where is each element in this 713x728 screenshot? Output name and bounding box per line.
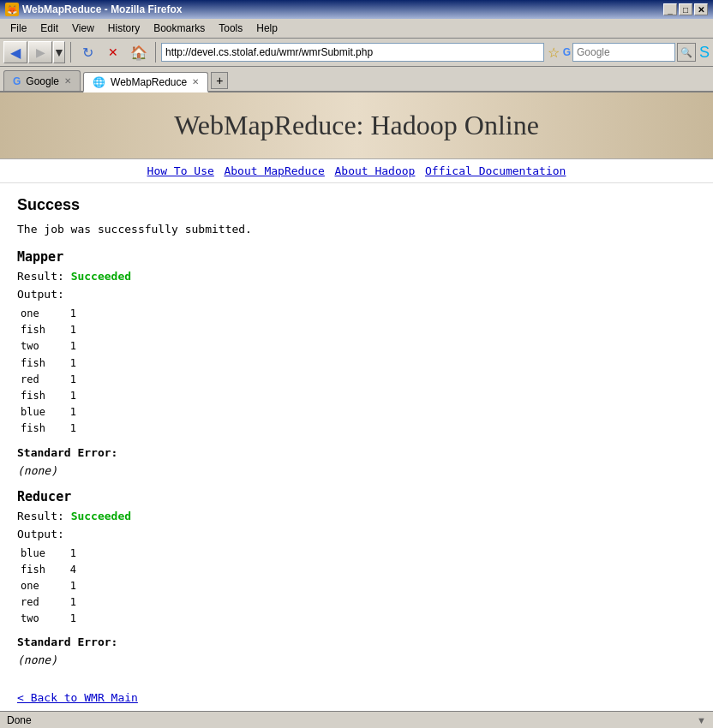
nav-how-to-use[interactable]: How To Use: [147, 164, 214, 177]
address-bar: ☆: [161, 43, 560, 62]
mapper-output-label: Output:: [17, 288, 696, 301]
search-bar: G 🔍: [563, 43, 696, 62]
bookmark-star-button[interactable]: ☆: [548, 45, 560, 61]
stop-button[interactable]: ✕: [102, 41, 124, 63]
reducer-result-value: Succeeded: [71, 510, 131, 522]
mapper-row-1: one 1: [21, 306, 696, 322]
window-controls[interactable]: _ □ ✕: [663, 3, 708, 15]
menu-history[interactable]: History: [101, 21, 147, 36]
mapper-row-4: fish 1: [21, 355, 696, 372]
reducer-output-data: blue 1 fish 4 one 1 red 1 two 1: [21, 546, 696, 628]
menu-help[interactable]: Help: [249, 21, 285, 36]
reducer-output-label: Output:: [17, 528, 696, 540]
mapper-result-value: Succeeded: [71, 270, 131, 283]
tab-google-label: Google: [26, 75, 59, 87]
menu-view[interactable]: View: [65, 21, 101, 36]
tab-google[interactable]: G Google ✕: [3, 70, 81, 91]
close-button[interactable]: ✕: [694, 3, 708, 15]
tab-wmr-label: WebMapReduce: [111, 76, 187, 88]
reload-button[interactable]: ↻: [76, 41, 99, 63]
tabbar: G Google ✕ 🌐 WebMapReduce ✕ +: [0, 67, 713, 92]
back-button[interactable]: ◀: [3, 41, 27, 63]
mapper-output-data: one 1 fish 1 two 1 fish 1 red 1 fish 1 b…: [21, 306, 696, 438]
nav-official-docs[interactable]: Offical Documentation: [425, 164, 566, 177]
nav-about-mapreduce[interactable]: About MapReduce: [224, 164, 324, 177]
page-banner: WebMapReduce: Hadoop Online: [0, 92, 713, 159]
minimize-button[interactable]: _: [663, 3, 677, 15]
menubar: File Edit View History Bookmarks Tools H…: [0, 19, 713, 39]
window-titlebar: 🦊 WebMapReduce - Mozilla Firefox _ □ ✕: [0, 0, 713, 19]
mapper-stderr-value: (none): [17, 464, 696, 477]
reducer-row-4: red 1: [21, 594, 696, 611]
reducer-result: Result: Succeeded: [17, 510, 696, 522]
search-input[interactable]: [572, 43, 675, 62]
reducer-stderr-value: (none): [17, 653, 696, 666]
status-text: Done: [7, 714, 32, 718]
window-icon: 🦊: [5, 3, 19, 16]
dropdown-button[interactable]: ▼: [53, 41, 65, 63]
menu-edit[interactable]: Edit: [33, 21, 65, 36]
page-main: Success The job was successfully submitt…: [0, 183, 713, 717]
mapper-title: Mapper: [17, 249, 696, 265]
reducer-stderr-label: Standard Error:: [17, 636, 696, 648]
address-input[interactable]: [161, 43, 544, 62]
mapper-row-6: fish 1: [21, 388, 696, 404]
reducer-row-3: one 1: [21, 578, 696, 594]
menu-tools[interactable]: Tools: [212, 21, 249, 36]
window-title: WebMapReduce - Mozilla Firefox: [22, 3, 182, 15]
skype-button[interactable]: S: [699, 44, 710, 62]
tab-wmr-close[interactable]: ✕: [192, 77, 199, 87]
mapper-row-5: red 1: [21, 372, 696, 388]
tab-google-close[interactable]: ✕: [64, 76, 71, 86]
search-button[interactable]: 🔍: [677, 43, 696, 62]
mapper-row-2: fish 1: [21, 322, 696, 338]
mapper-row-3: two 1: [21, 338, 696, 355]
toolbar: ◀ ▶ ▼ ↻ ✕ 🏠 ☆ G 🔍 S: [0, 39, 713, 67]
home-button[interactable]: 🏠: [128, 41, 150, 63]
tab-webmapreduce[interactable]: 🌐 WebMapReduce ✕: [83, 72, 208, 92]
browser-content: WebMapReduce: Hadoop Online How To Use A…: [0, 92, 713, 717]
mapper-row-8: fish 1: [21, 421, 696, 437]
reducer-row-5: two 1: [21, 611, 696, 627]
status-icon: ▼: [697, 715, 706, 718]
google-logo: G: [563, 46, 571, 58]
mapper-stderr-label: Standard Error:: [17, 446, 696, 459]
forward-button[interactable]: ▶: [28, 41, 52, 63]
tab-wmr-icon: 🌐: [93, 76, 105, 88]
banner-title: WebMapReduce: Hadoop Online: [9, 110, 704, 141]
maximize-button[interactable]: □: [679, 3, 692, 15]
menu-bookmarks[interactable]: Bookmarks: [147, 21, 212, 36]
reducer-title: Reducer: [17, 489, 696, 504]
reducer-row-2: fish 4: [21, 562, 696, 578]
menu-file[interactable]: File: [3, 21, 33, 36]
submitted-message: The job was successfully submitted.: [17, 223, 696, 236]
tab-google-icon: G: [13, 75, 21, 87]
mapper-result: Result: Succeeded: [17, 270, 696, 283]
back-to-wmr-link[interactable]: < Back to WMR Main: [17, 691, 138, 704]
statusbar: Done ▼: [0, 711, 713, 717]
new-tab-button[interactable]: +: [211, 72, 228, 89]
mapper-row-7: blue 1: [21, 404, 696, 421]
reducer-row-1: blue 1: [21, 546, 696, 562]
page-nav: How To Use About MapReduce About Hadoop …: [0, 159, 713, 183]
nav-about-hadoop[interactable]: About Hadoop: [335, 164, 416, 177]
success-heading: Success: [17, 196, 696, 214]
